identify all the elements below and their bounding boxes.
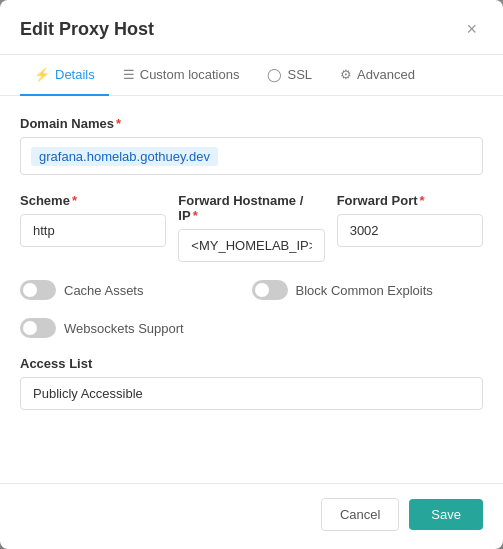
modal-container: Edit Proxy Host × ⚡ Details ☰ Custom loc… bbox=[0, 0, 503, 549]
tab-details[interactable]: ⚡ Details bbox=[20, 55, 109, 96]
access-list-input[interactable] bbox=[20, 377, 483, 410]
domain-tag: grafana.homelab.gothuey.dev bbox=[31, 147, 218, 166]
tabs-container: ⚡ Details ☰ Custom locations ◯ SSL ⚙ Adv… bbox=[0, 55, 503, 96]
forward-port-input[interactable] bbox=[337, 214, 483, 247]
modal-footer: Cancel Save bbox=[0, 483, 503, 549]
tab-details-label: Details bbox=[55, 67, 95, 82]
forward-hostname-group: Forward Hostname / IP* bbox=[178, 193, 324, 262]
tab-custom-locations[interactable]: ☰ Custom locations bbox=[109, 55, 254, 96]
scheme-row: Scheme* Forward Hostname / IP* Forward P… bbox=[20, 193, 483, 262]
domain-names-label: Domain Names* bbox=[20, 116, 483, 131]
tab-custom-locations-label: Custom locations bbox=[140, 67, 240, 82]
cache-assets-toggle[interactable] bbox=[20, 280, 56, 300]
cancel-button[interactable]: Cancel bbox=[321, 498, 399, 531]
tab-ssl-label: SSL bbox=[287, 67, 312, 82]
scheme-input[interactable] bbox=[20, 214, 166, 247]
domain-names-input-wrapper[interactable]: grafana.homelab.gothuey.dev bbox=[20, 137, 483, 175]
toggles-row-1: Cache Assets Block Common Exploits bbox=[20, 280, 483, 300]
tab-advanced[interactable]: ⚙ Advanced bbox=[326, 55, 429, 96]
websockets-label: Websockets Support bbox=[64, 321, 184, 336]
websockets-slider bbox=[20, 318, 56, 338]
modal-body: Domain Names* grafana.homelab.gothuey.de… bbox=[0, 96, 503, 483]
access-list-group: Access List bbox=[20, 356, 483, 410]
block-exploits-slider bbox=[252, 280, 288, 300]
block-exploits-toggle[interactable] bbox=[252, 280, 288, 300]
access-list-label: Access List bbox=[20, 356, 483, 371]
gear-icon: ⚙ bbox=[340, 67, 352, 82]
websockets-row: Websockets Support bbox=[20, 318, 483, 338]
scheme-label: Scheme* bbox=[20, 193, 166, 208]
scheme-group: Scheme* bbox=[20, 193, 166, 262]
websockets-toggle[interactable] bbox=[20, 318, 56, 338]
tab-advanced-label: Advanced bbox=[357, 67, 415, 82]
block-exploits-toggle-item: Block Common Exploits bbox=[252, 280, 484, 300]
forward-hostname-input[interactable] bbox=[178, 229, 324, 262]
modal-title: Edit Proxy Host bbox=[20, 19, 154, 40]
layers-icon: ☰ bbox=[123, 67, 135, 82]
required-marker: * bbox=[116, 116, 121, 131]
domain-names-group: Domain Names* grafana.homelab.gothuey.de… bbox=[20, 116, 483, 175]
cache-assets-label: Cache Assets bbox=[64, 283, 144, 298]
close-button[interactable]: × bbox=[460, 18, 483, 40]
forward-port-group: Forward Port* bbox=[337, 193, 483, 262]
tab-ssl[interactable]: ◯ SSL bbox=[253, 55, 326, 96]
forward-hostname-label: Forward Hostname / IP* bbox=[178, 193, 324, 223]
forward-port-label: Forward Port* bbox=[337, 193, 483, 208]
cache-assets-slider bbox=[20, 280, 56, 300]
cache-assets-toggle-item: Cache Assets bbox=[20, 280, 252, 300]
shield-icon: ◯ bbox=[267, 67, 282, 82]
lightning-icon: ⚡ bbox=[34, 67, 50, 82]
save-button[interactable]: Save bbox=[409, 499, 483, 530]
modal-overlay: Edit Proxy Host × ⚡ Details ☰ Custom loc… bbox=[0, 0, 503, 549]
modal-header: Edit Proxy Host × bbox=[0, 0, 503, 55]
block-exploits-label: Block Common Exploits bbox=[296, 283, 433, 298]
